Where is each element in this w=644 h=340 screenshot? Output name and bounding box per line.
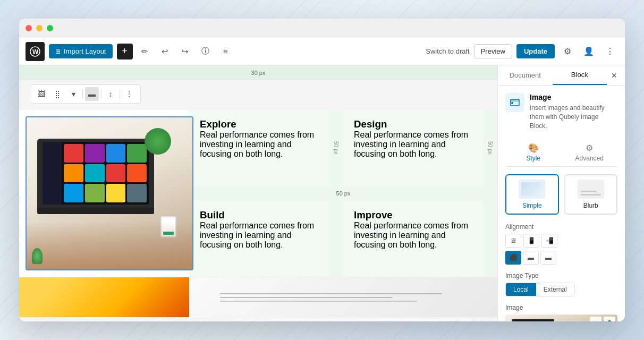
title-bar — [19, 19, 625, 38]
edit-tool-button[interactable]: ✏ — [137, 44, 153, 60]
delete-image-button[interactable]: 🗑 — [604, 317, 615, 321]
more-block-options-button[interactable]: ⋮ — [122, 87, 136, 101]
side-spacer-4 — [482, 201, 497, 277]
plant-decoration — [145, 128, 171, 155]
feature-cell-build: Build Real performance comes from invest… — [189, 201, 328, 277]
add-block-button[interactable]: + — [117, 44, 133, 60]
image-column — [19, 110, 189, 277]
blurb-label: Blurb — [583, 202, 598, 209]
alignment-label: Alignment — [505, 223, 617, 231]
preview-button[interactable]: Preview — [474, 44, 512, 58]
move-block-button[interactable]: ⣿ — [50, 87, 64, 101]
sketch-line-3 — [220, 301, 417, 302]
toolbar-separator-1 — [82, 89, 83, 99]
main-image-block[interactable] — [26, 116, 193, 270]
improve-title: Improve — [354, 209, 472, 221]
info-button[interactable]: ⓘ — [198, 44, 214, 60]
side-spacer-1: 50 px — [328, 110, 343, 186]
app-icon-5 — [64, 164, 83, 183]
style-sub-tab[interactable]: 🎨 Style — [505, 139, 562, 166]
explore-title: Explore — [200, 118, 318, 130]
document-tab[interactable]: Document — [498, 66, 553, 84]
style-options: Simple Blurb — [505, 174, 617, 215]
laptop-body — [37, 139, 154, 208]
office-image — [19, 277, 189, 317]
maximize-button[interactable] — [47, 25, 53, 31]
external-type-button[interactable]: External — [536, 283, 574, 296]
edit-image-button[interactable]: ✏ — [590, 317, 601, 321]
block-type-button[interactable]: ▾ — [66, 87, 80, 101]
image-type-label: Image Type — [505, 272, 617, 279]
more-options-button[interactable]: ⋮ — [601, 43, 618, 60]
simple-preview-content — [521, 182, 543, 196]
app-icon-10 — [85, 184, 105, 202]
advanced-sub-tab[interactable]: ⚙ Advanced — [562, 139, 618, 166]
simple-preview — [519, 180, 545, 199]
feature-cell-design: Design Real performance comes from inves… — [343, 110, 482, 186]
block-tab[interactable]: Block — [553, 65, 607, 85]
right-panel: Document Block ✕ — [497, 65, 625, 321]
redo-button[interactable]: ↪ — [177, 44, 193, 60]
app-icon-3 — [106, 144, 126, 163]
import-layout-label: Import Layout — [64, 47, 106, 55]
user-button[interactable]: 👤 — [580, 43, 597, 60]
laptop-illustration — [27, 117, 192, 269]
align-center-button[interactable]: ▬ — [523, 251, 539, 265]
sketch-thumbnail — [189, 277, 497, 317]
svg-point-3 — [511, 102, 513, 104]
alignment-options: 🖥 📱 📲 — [505, 234, 617, 248]
align-right-button[interactable]: ▬ — [540, 251, 556, 265]
browser-window: W ⊞ Import Layout + ✏ ↩ ↪ ⓘ ≡ Switch to … — [19, 19, 625, 321]
app-icon-2 — [85, 144, 105, 163]
update-button[interactable]: Update — [516, 44, 555, 58]
sketch-line-2 — [220, 297, 393, 298]
local-type-button[interactable]: Local — [506, 283, 536, 296]
block-info: Image Insert images and beautify them wi… — [505, 93, 617, 130]
style-icon: 🎨 — [528, 143, 539, 153]
align-button[interactable]: ▬ — [85, 87, 99, 101]
blurb-line-2 — [581, 191, 597, 192]
panel-close-button[interactable]: ✕ — [607, 68, 622, 83]
simple-style-option[interactable]: Simple — [505, 174, 559, 215]
resize-button[interactable]: ↕ — [104, 87, 117, 101]
advanced-icon: ⚙ — [586, 143, 593, 153]
simple-label: Simple — [522, 202, 542, 209]
mid-spacer: 50 px — [189, 186, 497, 201]
block-description: Insert images and beautify them with Qub… — [530, 104, 617, 130]
canvas-area[interactable]: 30 px 🖼 ⣿ ▾ ▬ ↕ ⋮ — [19, 65, 497, 321]
toolbar-right: Switch to draft Preview Update ⚙ 👤 ⋮ — [426, 43, 618, 60]
panel-mini-laptop — [512, 319, 554, 321]
import-layout-button[interactable]: ⊞ Import Layout — [49, 44, 113, 58]
blurb-style-option[interactable]: Blurb — [564, 174, 618, 215]
align-tablet-button[interactable]: 📱 — [523, 234, 539, 248]
minimize-button[interactable] — [36, 25, 43, 31]
main-content-row: Explore Real performance comes from inve… — [19, 110, 497, 277]
align-left-button[interactable]: ⬛ — [505, 251, 521, 265]
close-button[interactable] — [26, 25, 32, 31]
panel-image-section: Image — [505, 304, 617, 321]
list-view-button[interactable]: ≡ — [218, 44, 234, 60]
panel-body: Image Insert images and beautify them wi… — [498, 86, 625, 321]
panel-image-preview: ✏ 🗑 — [505, 314, 617, 321]
align-desktop-button[interactable]: 🖥 — [505, 234, 521, 248]
toolbar: W ⊞ Import Layout + ✏ ↩ ↪ ⓘ ≡ Switch to … — [19, 38, 625, 65]
sub-tabs: 🎨 Style ⚙ Advanced — [505, 139, 617, 167]
image-block-icon-button[interactable]: 🖼 — [35, 87, 48, 101]
panel-tabs: Document Block ✕ — [498, 65, 625, 86]
block-name: Image — [530, 93, 617, 101]
editor-body: 30 px 🖼 ⣿ ▾ ▬ ↕ ⋮ — [19, 65, 625, 321]
settings-button[interactable]: ⚙ — [559, 43, 576, 60]
panel-image-label: Image — [505, 304, 617, 311]
align-phone-button[interactable]: 📲 — [541, 234, 557, 248]
top-spacing-indicator: 30 px — [19, 65, 497, 80]
blurb-preview — [578, 180, 604, 199]
screen-main — [62, 142, 149, 205]
app-icon-4 — [127, 144, 147, 163]
panel-mini-screen — [513, 320, 553, 321]
block-info-text: Image Insert images and beautify them wi… — [530, 93, 617, 130]
undo-button[interactable]: ↩ — [157, 44, 173, 60]
switch-draft-button[interactable]: Switch to draft — [426, 47, 469, 55]
image-type-options: Local External — [505, 283, 575, 296]
sketch-image — [189, 277, 497, 317]
app-icon-7 — [106, 164, 126, 183]
